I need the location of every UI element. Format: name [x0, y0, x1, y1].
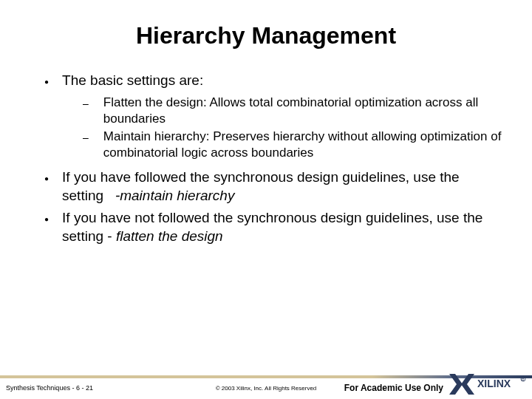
sub-list: – Flatten the design: Allows total combi… [83, 95, 502, 161]
sub-item: – Maintain hierarchy: Preserves hierarch… [83, 129, 502, 161]
footer: Synthesis Techniques - 6 - 21 © 2003 Xil… [0, 368, 532, 399]
xilinx-logo: XILINX R [448, 371, 529, 398]
slide: Hierarchy Management ● The basic setting… [0, 0, 532, 399]
bullet-icon: ● [44, 174, 49, 183]
sub-text: Flatten the design: Allows total combina… [103, 95, 502, 127]
bullet-text: If you have not followed the synchronous… [62, 209, 502, 245]
svg-text:R: R [522, 378, 525, 382]
slide-content: ● The basic settings are: – Flatten the … [30, 72, 502, 246]
bullet-text: The basic settings are: [62, 72, 203, 90]
slide-title: Hierarchy Management [30, 22, 502, 50]
dash-icon: – [83, 98, 89, 109]
sub-text: Maintain hierarchy: Preserves hierarchy … [103, 129, 502, 161]
footer-right: For Academic Use Only [344, 383, 443, 393]
text-italic: flatten the design [116, 228, 223, 244]
bullet-icon: ● [44, 215, 49, 223]
sub-item: – Flatten the design: Allows total combi… [83, 95, 502, 127]
bullet-item: ● The basic settings are: [44, 72, 502, 90]
logo-icon: XILINX R [448, 371, 529, 398]
bullet-item: ● If you have not followed the synchrono… [44, 209, 502, 245]
bullet-item: ● If you have followed the synchronous d… [44, 168, 502, 205]
text-italic: -maintain hierarchy [115, 188, 235, 203]
bullet-icon: ● [44, 78, 49, 86]
bullet-text: If you have followed the synchronous des… [62, 168, 502, 205]
svg-text:XILINX: XILINX [477, 378, 511, 389]
dash-icon: – [83, 132, 89, 143]
